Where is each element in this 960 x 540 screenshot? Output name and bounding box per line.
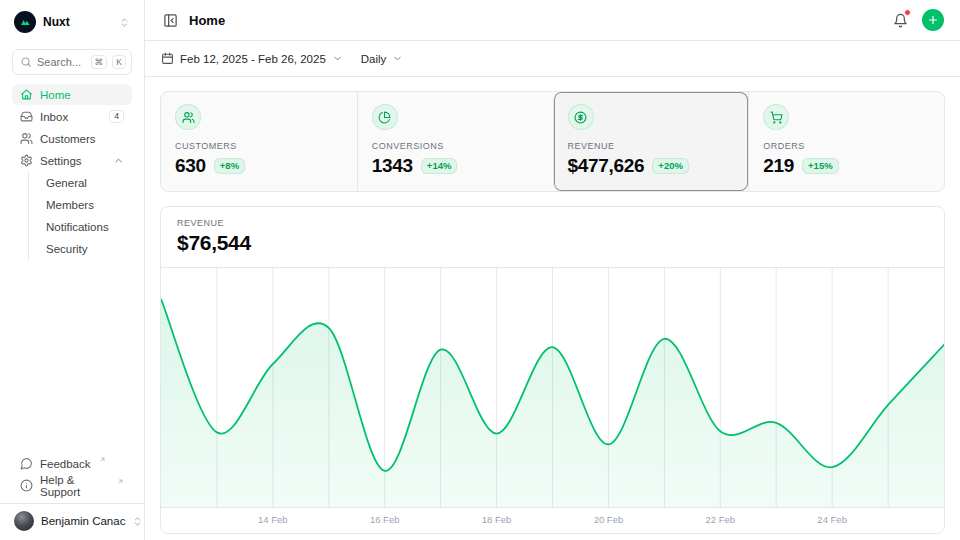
chevron-down-icon [392,53,403,64]
stat-label: CUSTOMERS [175,141,343,151]
kbd-meta: ⌘ [91,55,108,69]
sidebar-spacer [12,260,132,453]
subitem-label: Notifications [46,221,109,233]
chart-header: REVENUE $76,544 [161,207,944,268]
sidebar-item-label: Help & Support [40,474,109,498]
inbox-count-badge: 4 [109,110,124,123]
external-link-icon [117,478,124,485]
search-input[interactable]: Search... ⌘ K [12,49,132,75]
stat-delta-badge: +8% [214,158,245,174]
revenue-chart-card: REVENUE $76,544 [160,206,945,534]
header-actions [891,9,944,31]
user-name: Benjamin Canac [41,515,125,527]
stat-value: $477,626 [568,155,645,177]
inbox-icon [20,110,33,123]
sidebar-item-label: Customers [40,133,96,145]
sidebar: Nuxt Search... ⌘ K Home [0,0,145,540]
date-range-value: Feb 12, 2025 - Feb 26, 2025 [180,53,326,65]
panel-left-close-icon [163,13,178,28]
stat-value: 219 [763,155,794,177]
date-range-picker[interactable]: Feb 12, 2025 - Feb 26, 2025 [161,52,343,65]
workspace-name: Nuxt [43,15,112,29]
pie-chart-icon [372,104,398,130]
granularity-value: Daily [361,53,387,65]
users-icon [20,132,33,145]
calendar-icon [161,52,174,65]
x-axis-tick: 16 Feb [370,514,400,525]
chevron-up-icon [113,155,124,166]
stat-delta-badge: +20% [652,158,689,174]
page-content: CUSTOMERS 630 +8% CONVERSIONS 1343 +14% [145,77,960,540]
stat-label: ORDERS [763,141,930,151]
stat-label: REVENUE [568,141,735,151]
sidebar-subitem-general[interactable]: General [42,172,132,194]
main-panel: Home Feb 12, 2025 - Feb 26, 2025 [145,0,960,540]
info-circle-icon [20,479,33,492]
stat-delta-badge: +14% [421,158,458,174]
sidebar-item-home[interactable]: Home [12,84,132,105]
chart-plot-area[interactable] [161,268,944,508]
page-header: Home [145,0,960,41]
stat-card-revenue[interactable]: REVENUE $477,626 +20% [553,92,749,191]
subitem-label: General [46,177,87,189]
chart-x-axis: 14 Feb16 Feb18 Feb20 Feb22 Feb24 Feb [161,508,944,532]
chevron-down-icon [332,53,343,64]
x-axis-tick: 22 Feb [705,514,735,525]
users-icon [175,104,201,130]
home-icon [20,88,33,101]
sidebar-item-label: Home [40,89,71,101]
add-button[interactable] [922,9,944,31]
stat-card-orders[interactable]: ORDERS 219 +15% [748,92,944,191]
workspace-switcher[interactable]: Nuxt [12,10,132,34]
kbd-k: K [112,55,126,69]
sidebar-item-label: Settings [40,155,82,167]
sidebar-item-feedback[interactable]: Feedback [12,453,132,474]
user-menu[interactable]: Benjamin Canac [0,503,144,540]
chevrons-up-down-icon [132,516,143,527]
page-title: Home [189,13,225,28]
sidebar-footer: Feedback Help & Support [12,453,132,503]
x-axis-tick: 20 Feb [594,514,624,525]
subitem-label: Security [46,243,88,255]
avatar [14,511,34,531]
external-link-icon [99,456,106,463]
sidebar-item-inbox[interactable]: Inbox 4 [12,106,132,127]
sidebar-item-label: Inbox [40,111,68,123]
message-bubble-icon [20,457,33,470]
stats-row: CUSTOMERS 630 +8% CONVERSIONS 1343 +14% [160,91,945,192]
collapse-sidebar-button[interactable] [161,11,180,30]
chart-value: $76,544 [177,231,928,255]
stat-delta-badge: +15% [802,158,839,174]
dashboard-app: Nuxt Search... ⌘ K Home [0,0,960,540]
filter-toolbar: Feb 12, 2025 - Feb 26, 2025 Daily [145,41,960,77]
notifications-button[interactable] [891,11,910,30]
sidebar-item-help-support[interactable]: Help & Support [12,475,132,496]
sidebar-subitem-members[interactable]: Members [42,194,132,216]
stat-card-conversions[interactable]: CONVERSIONS 1343 +14% [357,92,553,191]
plus-icon [927,14,939,26]
sidebar-subitem-security[interactable]: Security [42,238,132,260]
x-axis-tick: 14 Feb [258,514,288,525]
stat-card-customers[interactable]: CUSTOMERS 630 +8% [161,92,357,191]
gear-icon [20,154,33,167]
sidebar-item-customers[interactable]: Customers [12,128,132,149]
nuxt-logo [14,11,36,33]
chart-label: REVENUE [177,218,928,228]
sidebar-nav: Home Inbox 4 Customers Settings [12,84,132,260]
stat-value: 1343 [372,155,413,177]
stat-label: CONVERSIONS [372,141,539,151]
x-axis-tick: 24 Feb [817,514,847,525]
stat-value: 630 [175,155,206,177]
sidebar-subitem-notifications[interactable]: Notifications [42,216,132,238]
search-icon [20,56,32,68]
x-axis-tick: 18 Feb [482,514,512,525]
notification-dot [904,9,911,16]
sidebar-item-settings[interactable]: Settings [12,150,132,171]
chevrons-up-down-icon [119,17,130,28]
shopping-cart-icon [763,104,789,130]
subitem-label: Members [46,199,94,211]
search-placeholder: Search... [37,56,86,68]
dollar-circle-icon [568,104,594,130]
revenue-area-chart [161,268,944,508]
granularity-select[interactable]: Daily [361,53,404,65]
